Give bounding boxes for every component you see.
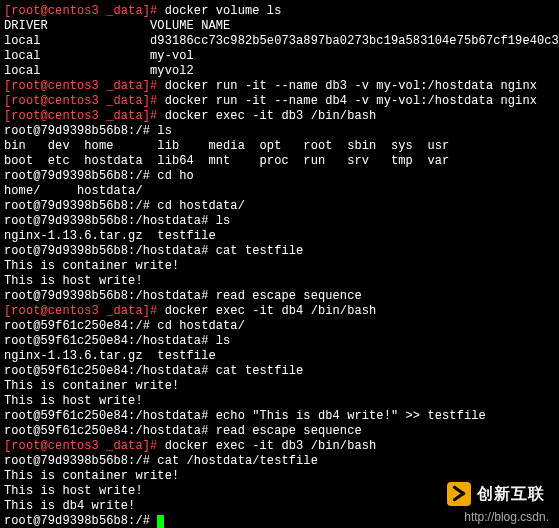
terminal-line: bin dev home lib media opt root sbin sys… — [4, 139, 555, 154]
shell-text: root@79d9398b56b8:/# cd ho — [4, 169, 194, 183]
terminal-line: root@79d9398b56b8:/hostdata# read escape… — [4, 289, 555, 304]
shell-prompt: [root@centos3 _data]# — [4, 94, 165, 108]
shell-text: This is container write! — [4, 469, 179, 483]
shell-prompt: [root@centos3 _data]# — [4, 4, 165, 18]
terminal-line: [root@centos3 _data]# docker run -it --n… — [4, 79, 555, 94]
shell-text: local d93186cc73c982b5e073a897ba0273bc19… — [4, 34, 559, 48]
shell-text: root@79d9398b56b8:/hostdata# read escape… — [4, 289, 362, 303]
terminal-line: root@79d9398b56b8:/# ls — [4, 124, 555, 139]
terminal-line: local my-vol — [4, 49, 555, 64]
terminal-line: root@59f61c250e84:/hostdata# cat testfil… — [4, 364, 555, 379]
shell-text: boot etc hostdata lib64 mnt proc run srv… — [4, 154, 449, 168]
terminal-line: [root@centos3 _data]# docker volume ls — [4, 4, 555, 19]
shell-text: root@79d9398b56b8:/hostdata# ls — [4, 214, 230, 228]
shell-text: docker volume ls — [165, 4, 282, 18]
shell-text: root@59f61c250e84:/hostdata# echo "This … — [4, 409, 486, 423]
shell-text: local myvol2 — [4, 64, 194, 78]
terminal-line: root@79d9398b56b8:/# — [4, 514, 555, 528]
terminal-line: root@79d9398b56b8:/hostdata# cat testfil… — [4, 244, 555, 259]
shell-text: root@59f61c250e84:/hostdata# ls — [4, 334, 230, 348]
shell-text: root@79d9398b56b8:/# ls — [4, 124, 172, 138]
terminal-line: root@59f61c250e84:/hostdata# echo "This … — [4, 409, 555, 424]
terminal-line: This is host write! — [4, 274, 555, 289]
shell-prompt: [root@centos3 _data]# — [4, 439, 165, 453]
shell-text: This is host write! — [4, 274, 143, 288]
shell-text: docker run -it --name db4 -v my-vol:/hos… — [165, 94, 537, 108]
shell-text: docker exec -it db3 /bin/bash — [165, 439, 377, 453]
shell-text: root@79d9398b56b8:/# cat /hostdata/testf… — [4, 454, 318, 468]
shell-text: This is db4 write! — [4, 499, 135, 513]
shell-text: DRIVER VOLUME NAME — [4, 19, 230, 33]
shell-prompt: [root@centos3 _data]# — [4, 109, 165, 123]
terminal-line: nginx-1.13.6.tar.gz testfile — [4, 349, 555, 364]
shell-text: docker exec -it db3 /bin/bash — [165, 109, 377, 123]
shell-text: docker exec -it db4 /bin/bash — [165, 304, 377, 318]
terminal-line: This is container write! — [4, 379, 555, 394]
shell-prompt: [root@centos3 _data]# — [4, 304, 165, 318]
terminal-line: home/ hostdata/ — [4, 184, 555, 199]
shell-text: This is container write! — [4, 379, 179, 393]
terminal-line: root@59f61c250e84:/# cd hostdata/ — [4, 319, 555, 334]
terminal-line: [root@centos3 _data]# docker exec -it db… — [4, 109, 555, 124]
shell-text: root@79d9398b56b8:/# — [4, 514, 157, 528]
shell-text: root@79d9398b56b8:/hostdata# cat testfil… — [4, 244, 303, 258]
terminal-line: [root@centos3 _data]# docker run -it --n… — [4, 94, 555, 109]
terminal-line: root@59f61c250e84:/hostdata# read escape… — [4, 424, 555, 439]
shell-text: nginx-1.13.6.tar.gz testfile — [4, 229, 216, 243]
shell-text: nginx-1.13.6.tar.gz testfile — [4, 349, 216, 363]
terminal-line: root@79d9398b56b8:/# cd hostdata/ — [4, 199, 555, 214]
shell-text: root@59f61c250e84:/# cd hostdata/ — [4, 319, 245, 333]
shell-text: root@59f61c250e84:/hostdata# cat testfil… — [4, 364, 303, 378]
terminal-line: [root@centos3 _data]# docker exec -it db… — [4, 439, 555, 454]
terminal-output[interactable]: [root@centos3 _data]# docker volume lsDR… — [0, 0, 559, 528]
shell-text: root@79d9398b56b8:/# cd hostdata/ — [4, 199, 245, 213]
terminal-line: root@79d9398b56b8:/# cd ho — [4, 169, 555, 184]
terminal-line: [root@centos3 _data]# docker exec -it db… — [4, 304, 555, 319]
shell-text: This is host write! — [4, 394, 143, 408]
terminal-line: root@79d9398b56b8:/hostdata# ls — [4, 214, 555, 229]
terminal-line: This is db4 write! — [4, 499, 555, 514]
terminal-line: DRIVER VOLUME NAME — [4, 19, 555, 34]
terminal-line: This is container write! — [4, 469, 555, 484]
shell-text: home/ hostdata/ — [4, 184, 143, 198]
terminal-line: local myvol2 — [4, 64, 555, 79]
terminal-line: This is container write! — [4, 259, 555, 274]
shell-text: root@59f61c250e84:/hostdata# read escape… — [4, 424, 362, 438]
terminal-line: nginx-1.13.6.tar.gz testfile — [4, 229, 555, 244]
terminal-line: This is host write! — [4, 484, 555, 499]
shell-text: bin dev home lib media opt root sbin sys… — [4, 139, 449, 153]
terminal-line: root@59f61c250e84:/hostdata# ls — [4, 334, 555, 349]
terminal-line: root@79d9398b56b8:/# cat /hostdata/testf… — [4, 454, 555, 469]
shell-text: docker run -it --name db3 -v my-vol:/hos… — [165, 79, 537, 93]
shell-prompt: [root@centos3 _data]# — [4, 79, 165, 93]
terminal-line: local d93186cc73c982b5e073a897ba0273bc19… — [4, 34, 555, 49]
terminal-line: boot etc hostdata lib64 mnt proc run srv… — [4, 154, 555, 169]
shell-text: This is container write! — [4, 259, 179, 273]
terminal-line: This is host write! — [4, 394, 555, 409]
shell-text: This is host write! — [4, 484, 143, 498]
shell-text: local my-vol — [4, 49, 194, 63]
cursor-icon — [157, 515, 164, 528]
